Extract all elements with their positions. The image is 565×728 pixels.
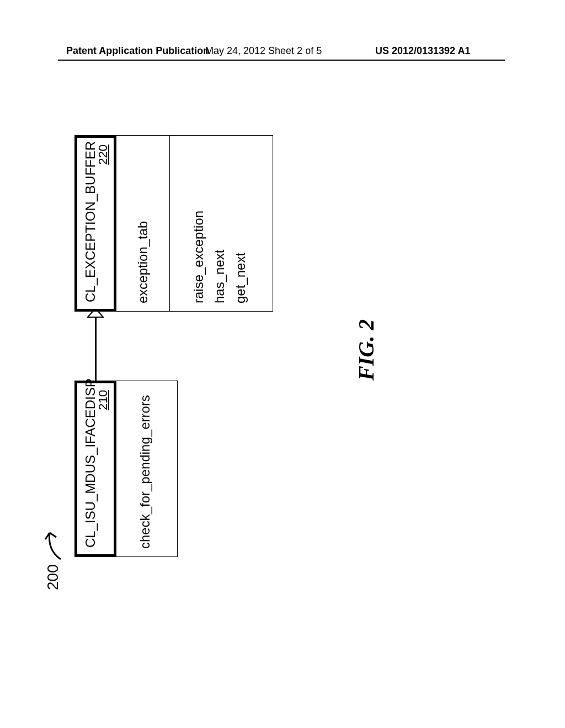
uml-diagram: 200 CL_ISU_MDUS_IFACEDISP 210 check_for_…: [44, 105, 463, 590]
uml-methods-compartment: check_for_pending_errors: [116, 381, 177, 556]
uml-class-exception-buffer: CL_EXCEPTION_BUFFER 220 exception_tab ra…: [74, 135, 273, 312]
class-ref-number: 210: [96, 390, 110, 410]
page: Patent Application Publication May 24, 2…: [0, 0, 565, 728]
attribute-name: exception_tab: [135, 143, 151, 303]
figure-caption: FIG. 2: [353, 319, 379, 381]
uml-attributes-compartment: exception_tab: [116, 136, 169, 311]
class-name: CL_ISU_MDUS_IFACEDISP: [83, 378, 98, 548]
uml-class-title: CL_ISU_MDUS_IFACEDISP 210: [75, 381, 116, 556]
header-publication-number: US 2012/0131392 A1: [375, 45, 470, 57]
class-ref-number: 220: [96, 144, 110, 165]
ref-leader-arrow-icon: [44, 523, 70, 561]
header-date-sheet: May 24, 2012 Sheet 2 of 5: [205, 45, 322, 57]
uml-class-ifacedisp: CL_ISU_MDUS_IFACEDISP 210 check_for_pend…: [74, 381, 178, 557]
method-name: has_next: [212, 143, 227, 303]
uml-association-line: [95, 312, 97, 381]
method-name: get_next: [233, 143, 248, 303]
method-name: raise_exception: [191, 143, 206, 303]
header-publication-type: Patent Application Publication: [66, 45, 209, 57]
header-rule: [58, 60, 505, 61]
method-name: check_for_pending_errors: [137, 389, 153, 549]
class-name: CL_EXCEPTION_BUFFER: [83, 141, 98, 302]
diagram-ref-number: 200: [44, 564, 62, 590]
uml-class-title: CL_EXCEPTION_BUFFER 220: [75, 136, 116, 311]
uml-methods-compartment: raise_exception has_next get_next: [169, 136, 273, 311]
